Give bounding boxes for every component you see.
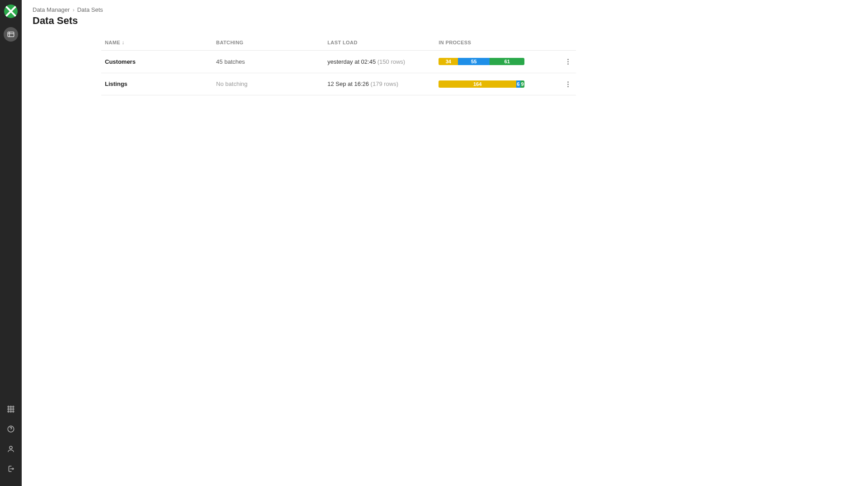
page-title: Data Sets — [33, 15, 857, 27]
svg-point-10 — [10, 411, 12, 412]
sidebar-bottom — [4, 402, 18, 481]
nav-apps[interactable] — [4, 402, 18, 416]
dataset-inprocess: 16469 — [435, 73, 557, 95]
grid-icon — [7, 405, 15, 413]
svg-point-11 — [13, 411, 14, 412]
kebab-icon — [567, 61, 569, 62]
col-header-name-label: NAME — [105, 40, 120, 45]
svg-point-7 — [10, 409, 12, 410]
col-header-lastload[interactable]: LAST LOAD — [324, 35, 435, 51]
progress-segment-blue: 55 — [458, 58, 490, 65]
dataset-lastload: yesterday at 02:45 (150 rows) — [324, 51, 435, 73]
table-row: Customers45 batchesyesterday at 02:45 (1… — [101, 51, 576, 73]
progress-segment-green: 9 — [520, 80, 524, 88]
progress-segment-yellow: 164 — [439, 80, 516, 88]
nav-data-sets[interactable] — [4, 27, 18, 42]
dataset-inprocess: 345561 — [435, 51, 557, 73]
col-header-batching[interactable]: BATCHING — [212, 35, 324, 51]
row-actions-menu[interactable] — [563, 57, 572, 66]
kebab-icon — [567, 84, 569, 85]
dataset-batching: No batching — [212, 73, 324, 95]
dataset-name[interactable]: Listings — [101, 73, 212, 95]
datasets-table: NAME↓ BATCHING LAST LOAD IN PROCESS Cust… — [101, 35, 576, 95]
user-icon — [7, 445, 15, 453]
col-header-inprocess[interactable]: IN PROCESS — [435, 35, 557, 51]
row-actions-menu[interactable] — [563, 80, 572, 89]
logout-icon — [7, 465, 15, 473]
dataset-lastload: 12 Sep at 16:26 (179 rows) — [324, 73, 435, 95]
dataset-rowcount: (150 rows) — [377, 58, 405, 65]
svg-point-6 — [8, 409, 9, 410]
progress-segment-blue: 6 — [516, 80, 520, 88]
app-logo[interactable] — [4, 5, 18, 18]
table-row: ListingsNo batching12 Sep at 16:26 (179 … — [101, 73, 576, 95]
progress-bar: 345561 — [439, 58, 524, 65]
dataset-rowcount: (179 rows) — [371, 80, 398, 87]
svg-point-5 — [13, 406, 14, 407]
progress-segment-yellow: 34 — [439, 58, 458, 65]
help-icon — [7, 425, 15, 433]
svg-point-9 — [8, 411, 9, 412]
svg-point-4 — [10, 406, 12, 407]
svg-point-8 — [13, 409, 14, 410]
nav-logout[interactable] — [4, 462, 18, 476]
nav-account[interactable] — [4, 442, 18, 456]
sort-down-icon: ↓ — [122, 39, 124, 46]
dataset-batching: 45 batches — [212, 51, 324, 73]
nav-help[interactable] — [4, 422, 18, 436]
progress-segment-green: 61 — [490, 58, 524, 65]
breadcrumb-current: Data Sets — [77, 6, 103, 13]
breadcrumb-root[interactable]: Data Manager — [33, 6, 70, 13]
table-icon — [7, 30, 15, 38]
svg-rect-0 — [8, 32, 14, 37]
col-header-name[interactable]: NAME↓ — [101, 35, 212, 51]
svg-point-3 — [8, 406, 9, 407]
chevron-right-icon: › — [72, 6, 74, 13]
main-content: Data Manager › Data Sets Data Sets NAME↓… — [22, 0, 868, 486]
progress-bar: 16469 — [439, 80, 524, 88]
svg-point-14 — [9, 446, 12, 449]
breadcrumb: Data Manager › Data Sets — [33, 6, 857, 13]
dataset-name[interactable]: Customers — [101, 51, 212, 73]
sidebar — [0, 0, 22, 486]
